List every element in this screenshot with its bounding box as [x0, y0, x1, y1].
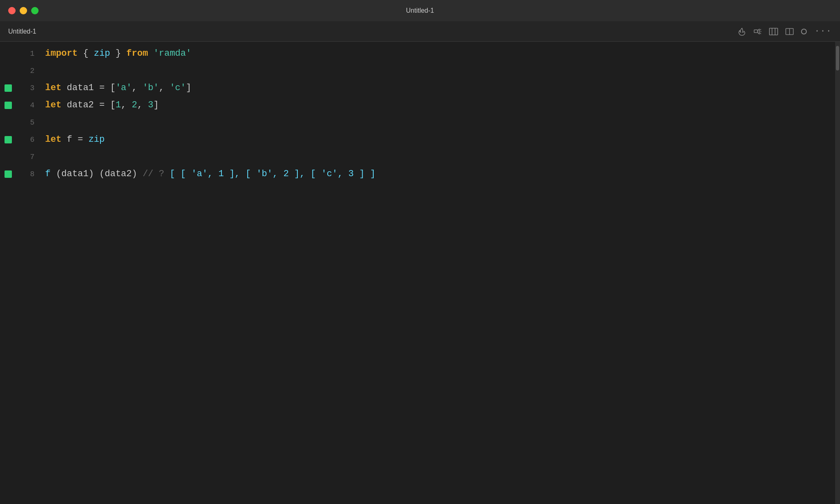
- decoration-7: [0, 148, 16, 166]
- window-controls: [8, 7, 39, 14]
- minimize-button[interactable]: [20, 7, 27, 14]
- line-numbers: 1 2 3 4 5 6 7 8: [16, 42, 41, 504]
- code-line-7: [45, 148, 835, 166]
- title-bar: Untitled-1: [0, 0, 840, 21]
- decoration-5: [0, 114, 16, 131]
- decoration-4: [0, 97, 16, 114]
- flame-icon[interactable]: [738, 27, 746, 36]
- code-line-8: f ( data1 ) ( data2 ) // ? [ [ 'a', 1 ],…: [45, 166, 835, 183]
- code-line-3: let data1 = [ 'a' , 'b' , 'c' ]: [45, 79, 835, 97]
- result-value: [ [ 'a', 1 ], [ 'b', 2 ], [ 'c', 3 ] ]: [170, 170, 376, 179]
- status-dot: [801, 29, 807, 34]
- svg-marker-1: [758, 29, 759, 34]
- decoration-3: [0, 79, 16, 97]
- decoration-6: [0, 131, 16, 148]
- code-editor[interactable]: import { zip } from 'ramda' let data1 = …: [41, 42, 835, 504]
- svg-rect-5: [769, 28, 778, 35]
- broadcast-icon[interactable]: [753, 27, 762, 36]
- svg-line-2: [760, 29, 761, 30]
- decoration-1: [0, 45, 16, 62]
- keyword-let-3: let: [45, 135, 62, 144]
- window-title: Untitled-1: [406, 7, 434, 14]
- comment-marker: // ?: [137, 170, 169, 179]
- scrollbar-thumb[interactable]: [836, 46, 839, 70]
- line-number-1: 1: [16, 45, 34, 62]
- line-number-5: 5: [16, 114, 34, 131]
- maximize-button[interactable]: [31, 7, 39, 14]
- toolbar: Untitled-1: [0, 21, 840, 42]
- code-line-1: import { zip } from 'ramda': [45, 45, 835, 62]
- code-line-2: [45, 62, 835, 79]
- keyword-import: import: [45, 49, 78, 58]
- decoration-2: [0, 62, 16, 79]
- line-number-4: 4: [16, 97, 34, 114]
- call-f: f: [45, 170, 50, 179]
- breakpoint-4[interactable]: [5, 102, 12, 109]
- keyword-let-2: let: [45, 101, 62, 110]
- more-icon[interactable]: ···: [814, 26, 832, 36]
- svg-line-3: [760, 33, 761, 34]
- keyword-let-1: let: [45, 84, 62, 93]
- breakpoint-6[interactable]: [5, 136, 12, 143]
- line-number-8: 8: [16, 166, 34, 183]
- identifier-zip: zip: [94, 49, 110, 58]
- svg-rect-0: [754, 30, 758, 32]
- breakpoint-8[interactable]: [5, 170, 12, 178]
- line-number-3: 3: [16, 79, 34, 97]
- breakpoint-3[interactable]: [5, 84, 12, 92]
- toolbar-title: Untitled-1: [8, 28, 738, 35]
- line-number-6: 6: [16, 131, 34, 148]
- decoration-8: [0, 166, 16, 183]
- layout-icon[interactable]: [769, 27, 778, 36]
- code-line-4: let data2 = [ 1 , 2 , 3 ]: [45, 97, 835, 114]
- editor-area: 1 2 3 4 5 6 7 8 import { zip } from 'ram…: [0, 42, 840, 504]
- close-button[interactable]: [8, 7, 16, 14]
- scrollbar[interactable]: [835, 42, 840, 504]
- line-number-7: 7: [16, 148, 34, 166]
- code-line-5: [45, 114, 835, 131]
- split-icon[interactable]: [785, 27, 794, 36]
- string-ramda: 'ramda': [153, 49, 191, 58]
- code-line-6: let f = zip: [45, 131, 835, 148]
- keyword-from: from: [126, 49, 148, 58]
- line-decorations: [0, 42, 16, 504]
- toolbar-icons: ···: [738, 26, 832, 36]
- identifier-zip-2: zip: [89, 135, 105, 144]
- line-number-2: 2: [16, 62, 34, 79]
